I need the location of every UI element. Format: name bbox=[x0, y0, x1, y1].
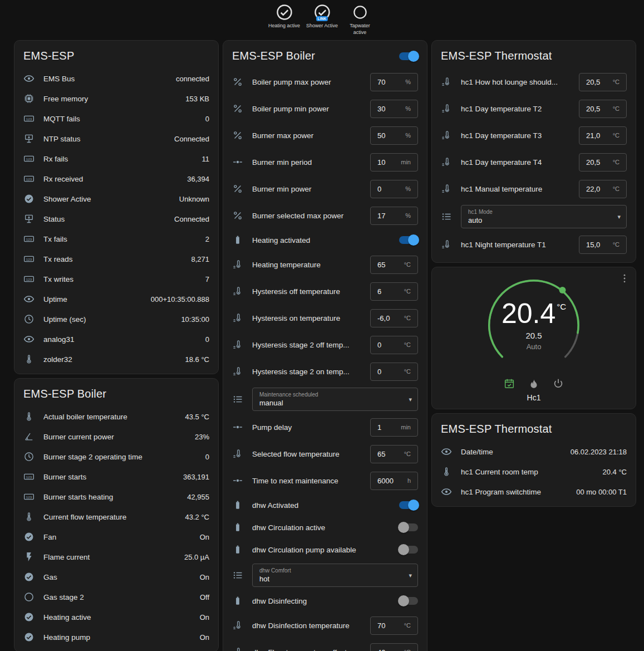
entity-row[interactable]: hc1 Program switchtime00 mo 00:00 T1 bbox=[432, 482, 636, 502]
column-middle: EMS-ESP Boiler Boiler pump max power70%B… bbox=[223, 40, 427, 651]
number-input[interactable]: 20,5°C bbox=[579, 100, 627, 118]
water-thermometer-icon bbox=[232, 312, 244, 324]
entity-row[interactable]: 123Tx fails2 bbox=[14, 229, 218, 249]
entity-row[interactable]: Uptime000+10:35:00.888 bbox=[14, 289, 218, 309]
status-chip[interactable]: Heating active bbox=[268, 4, 301, 38]
power-icon[interactable] bbox=[552, 378, 564, 390]
select-value: hot bbox=[259, 575, 402, 583]
number-input[interactable]: 22,0°C bbox=[579, 180, 627, 198]
toggle-switch[interactable] bbox=[399, 546, 418, 554]
entity-row[interactable]: analog310 bbox=[14, 329, 218, 349]
toggle-switch[interactable] bbox=[399, 236, 418, 244]
entity-row[interactable]: 123Tx writes7 bbox=[14, 269, 218, 289]
number-input[interactable]: 0% bbox=[370, 180, 418, 198]
entity-row[interactable]: Gas stage 2Off bbox=[14, 587, 218, 607]
number-input[interactable]: 6°C bbox=[370, 282, 418, 301]
entity-value: 43.2 °C bbox=[185, 513, 209, 521]
card-thermostat-controls: EMS-ESP Thermostat hc1 How hot lounge sh… bbox=[431, 40, 636, 263]
more-menu-icon[interactable] bbox=[619, 273, 630, 286]
boiler-power-toggle[interactable] bbox=[399, 52, 418, 60]
number-input[interactable]: 20,5°C bbox=[579, 73, 627, 91]
entity-row[interactable]: Uptime (sec)10:35:00 bbox=[14, 309, 218, 329]
entity-row[interactable]: EMS Busconnected bbox=[14, 68, 218, 89]
number-input[interactable]: 50% bbox=[370, 126, 418, 145]
number-input[interactable]: 0°C bbox=[370, 336, 418, 354]
water-thermometer-icon bbox=[232, 448, 244, 459]
entity-value: 2 bbox=[205, 235, 209, 243]
list-icon bbox=[441, 211, 453, 222]
entity-label: Tx writes bbox=[43, 275, 198, 283]
select-input[interactable]: dhw Comforthot▾ bbox=[252, 564, 418, 587]
entity-row[interactable]: 123Burner starts heating42,955 bbox=[14, 487, 218, 507]
entity-row[interactable]: NTP statusConnected bbox=[14, 129, 218, 149]
water-thermometer-icon bbox=[441, 130, 453, 141]
number-input[interactable]: -6,0°C bbox=[370, 309, 418, 327]
entity-row[interactable]: Free memory153 KB bbox=[14, 89, 218, 109]
fire-icon[interactable] bbox=[528, 378, 540, 390]
unit-label: h bbox=[407, 477, 411, 484]
entity-label: Hysteresis stage 2 on temp... bbox=[252, 368, 362, 376]
entity-row[interactable]: Shower ActiveUnknown bbox=[14, 189, 218, 209]
percent-icon bbox=[232, 103, 244, 114]
column-right: EMS-ESP Thermostat hc1 How hot lounge sh… bbox=[431, 40, 636, 511]
entity-value: 20.4 °C bbox=[602, 468, 627, 476]
number-input[interactable]: 40°C bbox=[370, 643, 418, 651]
toggle-entity-row: dhw Activated bbox=[223, 494, 427, 516]
entity-row[interactable]: 123Rx received36,394 bbox=[14, 169, 218, 189]
number-input[interactable]: 20,5°C bbox=[579, 153, 627, 172]
entity-row[interactable]: FanOn bbox=[14, 527, 218, 547]
status-chip[interactable]: LINKShower Active bbox=[306, 4, 338, 38]
number-input[interactable]: 65°C bbox=[370, 256, 418, 274]
entity-row[interactable]: StatusConnected bbox=[14, 209, 218, 229]
number-input[interactable]: 0°C bbox=[370, 363, 418, 381]
thermostat-dial[interactable]: 20.4 °C 20.5 Auto bbox=[483, 274, 585, 376]
entity-row[interactable]: zolder3218.6 °C bbox=[14, 349, 218, 369]
number-input[interactable]: 17% bbox=[370, 207, 418, 225]
entity-label: Status bbox=[43, 215, 166, 223]
toggle-switch[interactable] bbox=[399, 501, 418, 509]
entity-row[interactable]: Heating activeOn bbox=[14, 607, 218, 627]
number-input[interactable]: 21,0°C bbox=[579, 126, 627, 145]
entity-row[interactable]: Current flow temperature43.2 °C bbox=[14, 507, 218, 527]
entity-row[interactable]: Date/time06.02.2023 21:18 bbox=[432, 442, 636, 462]
select-input[interactable]: Maintenance scheduledmanual▾ bbox=[252, 388, 418, 411]
current-temperature: 20.4 bbox=[502, 300, 555, 327]
number-input[interactable]: 6000h bbox=[370, 472, 418, 490]
entity-row[interactable]: Burner stage 2 operating time0 bbox=[14, 447, 218, 467]
number-input[interactable]: 70% bbox=[370, 73, 418, 91]
entity-label: Free memory bbox=[43, 95, 178, 103]
entity-row[interactable]: Heating pumpOn bbox=[14, 627, 218, 647]
number-entity-row: Boiler pump max power70% bbox=[223, 68, 427, 95]
entity-row[interactable]: Burner current power23% bbox=[14, 427, 218, 447]
toggle-switch[interactable] bbox=[399, 523, 418, 531]
entity-row[interactable]: 123MQTT fails0 bbox=[14, 109, 218, 129]
target-temperature: 20.5 bbox=[525, 331, 542, 340]
select-input[interactable]: hc1 Modeauto▾ bbox=[461, 205, 627, 228]
entity-row[interactable]: 123Rx fails11 bbox=[14, 149, 218, 169]
select-value: manual bbox=[259, 399, 402, 407]
check-circle-icon bbox=[23, 632, 36, 643]
number-input[interactable]: 1min bbox=[370, 418, 418, 437]
toggle-entity-row: Heating activated bbox=[223, 229, 427, 251]
entity-row[interactable]: Actual boiler temperature43.5 °C bbox=[14, 407, 218, 427]
entity-value: On bbox=[200, 533, 209, 541]
entity-label: Boiler pump min power bbox=[252, 105, 362, 113]
entity-row[interactable]: hc1 Current room temp20.4 °C bbox=[432, 462, 636, 482]
number-input[interactable]: 30% bbox=[370, 100, 418, 118]
entity-row[interactable]: 123Tx reads8,271 bbox=[14, 249, 218, 269]
entity-row[interactable]: GasOn bbox=[14, 567, 218, 587]
number-input[interactable]: 70°C bbox=[370, 616, 418, 635]
eye-icon bbox=[23, 73, 36, 84]
entity-row[interactable]: Flame current25.0 µA bbox=[14, 547, 218, 567]
calendar-check-icon[interactable] bbox=[503, 378, 515, 390]
number-input[interactable]: 15,0°C bbox=[579, 236, 627, 254]
entity-row[interactable]: 123Burner starts363,191 bbox=[14, 467, 218, 487]
number-input[interactable]: 65°C bbox=[370, 445, 418, 463]
unit-label: °C bbox=[404, 622, 411, 629]
status-chip[interactable]: Tapwater active bbox=[344, 4, 376, 38]
unit-label: % bbox=[405, 79, 411, 85]
number-input[interactable]: 10min bbox=[370, 153, 418, 172]
entity-value: 25.0 µA bbox=[184, 553, 209, 561]
toggle-switch[interactable] bbox=[399, 597, 418, 605]
number-entity-row: hc1 Manual temperature22,0°C bbox=[432, 175, 636, 202]
